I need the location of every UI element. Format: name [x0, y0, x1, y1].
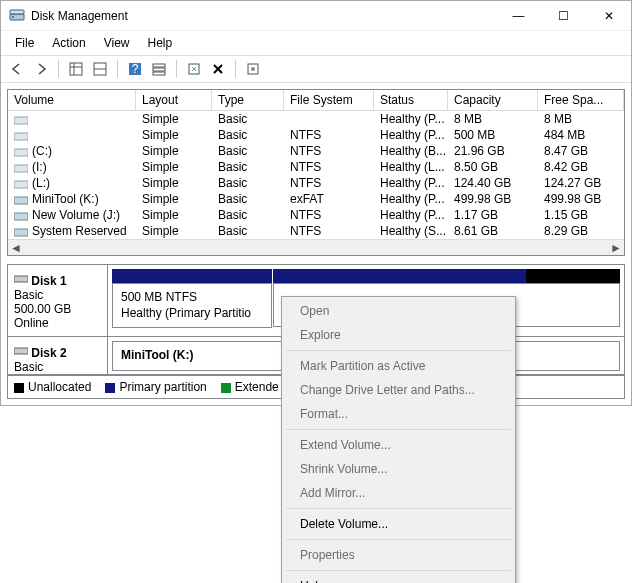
ctx-shrink-volume[interactable]: Shrink Volume...: [284, 457, 513, 481]
volume-icon: [14, 194, 28, 204]
volume-free: 484 MB: [538, 127, 624, 143]
volume-icon: [14, 162, 28, 172]
volume-free: 8 MB: [538, 111, 624, 127]
titlebar[interactable]: Disk Management — ☐ ✕: [1, 1, 631, 31]
menu-help[interactable]: Help: [140, 34, 181, 52]
ctx-extend-volume[interactable]: Extend Volume...: [284, 433, 513, 457]
list-view-icon[interactable]: [149, 59, 169, 79]
ctx-open[interactable]: Open: [284, 299, 513, 323]
volume-free: 8.42 GB: [538, 159, 624, 175]
volume-row[interactable]: System ReservedSimpleBasicNTFSHealthy (S…: [8, 223, 624, 239]
partition-minitool-label: MiniTool (K:): [121, 348, 193, 362]
volume-row[interactable]: (C:)SimpleBasicNTFSHealthy (B...21.96 GB…: [8, 143, 624, 159]
ctx-format[interactable]: Format...: [284, 402, 513, 426]
scroll-left-icon[interactable]: ◄: [10, 241, 22, 255]
menubar: File Action View Help: [1, 31, 631, 55]
volume-status: Healthy (P...: [374, 207, 448, 223]
volume-type: Basic: [212, 223, 284, 239]
volume-fs: NTFS: [284, 127, 374, 143]
volume-fs: NTFS: [284, 207, 374, 223]
volume-layout: Simple: [136, 175, 212, 191]
volume-list: Volume Layout Type File System Status Ca…: [7, 89, 625, 256]
volume-capacity: 1.17 GB: [448, 207, 538, 223]
ctx-change-letter[interactable]: Change Drive Letter and Paths...: [284, 378, 513, 402]
col-volume[interactable]: Volume: [8, 90, 136, 110]
menu-action[interactable]: Action: [44, 34, 93, 52]
help-icon[interactable]: ?: [125, 59, 145, 79]
svg-rect-25: [14, 348, 28, 354]
ctx-delete-volume[interactable]: Delete Volume...: [284, 512, 513, 536]
volume-layout: Simple: [136, 111, 212, 127]
tree-view-icon[interactable]: [90, 59, 110, 79]
col-filesystem[interactable]: File System: [284, 90, 374, 110]
svg-rect-10: [153, 64, 165, 67]
col-capacity[interactable]: Capacity: [448, 90, 538, 110]
volume-name: MiniTool (K:): [32, 192, 99, 206]
col-free[interactable]: Free Spa...: [538, 90, 624, 110]
partition-500mb[interactable]: 500 MB NTFS Healthy (Primary Partitio: [112, 283, 272, 328]
volume-name: (L:): [32, 176, 50, 190]
ctx-mark-active[interactable]: Mark Partition as Active: [284, 354, 513, 378]
maximize-button[interactable]: ☐: [541, 1, 586, 30]
col-type[interactable]: Type: [212, 90, 284, 110]
volume-fs: NTFS: [284, 159, 374, 175]
volume-layout: Simple: [136, 191, 212, 207]
volume-status: Healthy (S...: [374, 223, 448, 239]
legend-extended-swatch: [221, 383, 231, 393]
window-title: Disk Management: [31, 9, 496, 23]
delete-icon[interactable]: [208, 59, 228, 79]
disk-2-type: Basic: [14, 360, 43, 374]
volume-row[interactable]: MiniTool (K:)SimpleBasicexFATHealthy (P.…: [8, 191, 624, 207]
volume-type: Basic: [212, 207, 284, 223]
ctx-help[interactable]: Help: [284, 574, 513, 583]
volume-fs: NTFS: [284, 143, 374, 159]
scroll-right-icon[interactable]: ►: [610, 241, 622, 255]
disk-1-type: Basic: [14, 288, 43, 302]
ctx-properties[interactable]: Properties: [284, 543, 513, 567]
volume-type: Basic: [212, 111, 284, 127]
legend-unallocated-swatch: [14, 383, 24, 393]
col-layout[interactable]: Layout: [136, 90, 212, 110]
volume-capacity: 124.40 GB: [448, 175, 538, 191]
volume-row[interactable]: (I:)SimpleBasicNTFSHealthy (L...8.50 GB8…: [8, 159, 624, 175]
svg-rect-1: [10, 10, 24, 14]
volume-row[interactable]: SimpleBasicNTFSHealthy (P...500 MB484 MB: [8, 127, 624, 143]
volume-list-header[interactable]: Volume Layout Type File System Status Ca…: [8, 90, 624, 111]
menu-view[interactable]: View: [96, 34, 138, 52]
legend-primary: Primary partition: [119, 380, 206, 394]
volume-fs: NTFS: [284, 223, 374, 239]
col-status[interactable]: Status: [374, 90, 448, 110]
volume-layout: Simple: [136, 159, 212, 175]
volume-icon: [14, 146, 28, 156]
disk-2-label[interactable]: Disk 2 Basic: [8, 337, 108, 374]
volume-free: 124.27 GB: [538, 175, 624, 191]
back-icon[interactable]: [7, 59, 27, 79]
disk-icon: [14, 274, 28, 288]
svg-rect-11: [153, 68, 165, 71]
minimize-button[interactable]: —: [496, 1, 541, 30]
volume-row[interactable]: SimpleBasicHealthy (P...8 MB8 MB: [8, 111, 624, 127]
volume-capacity: 500 MB: [448, 127, 538, 143]
partition-size-text: 500 MB NTFS: [121, 290, 263, 306]
svg-rect-22: [14, 213, 28, 220]
volume-row[interactable]: New Volume (J:)SimpleBasicNTFSHealthy (P…: [8, 207, 624, 223]
horizontal-scrollbar[interactable]: ◄ ►: [8, 239, 624, 255]
disk-1-label[interactable]: Disk 1 Basic 500.00 GB Online: [8, 265, 108, 336]
volume-capacity: 499.98 GB: [448, 191, 538, 207]
refresh-icon[interactable]: [184, 59, 204, 79]
volume-type: Basic: [212, 143, 284, 159]
properties-icon[interactable]: [243, 59, 263, 79]
volume-capacity: 8.61 GB: [448, 223, 538, 239]
ctx-add-mirror[interactable]: Add Mirror...: [284, 481, 513, 505]
volume-layout: Simple: [136, 127, 212, 143]
menu-file[interactable]: File: [7, 34, 42, 52]
close-button[interactable]: ✕: [586, 1, 631, 30]
volume-icon: [14, 226, 28, 236]
ctx-explore[interactable]: Explore: [284, 323, 513, 347]
table-view-icon[interactable]: [66, 59, 86, 79]
volume-row[interactable]: (L:)SimpleBasicNTFSHealthy (P...124.40 G…: [8, 175, 624, 191]
volume-free: 8.29 GB: [538, 223, 624, 239]
forward-icon[interactable]: [31, 59, 51, 79]
volume-type: Basic: [212, 127, 284, 143]
svg-rect-12: [153, 72, 165, 75]
